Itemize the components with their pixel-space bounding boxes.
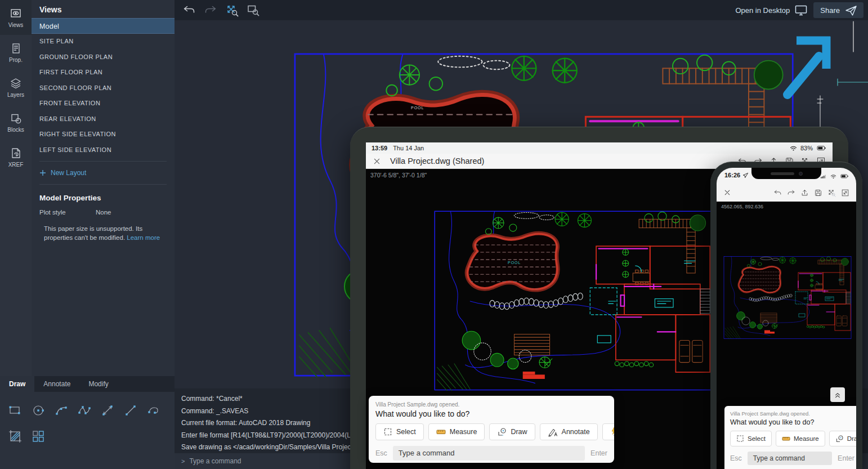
redo-button[interactable] [204, 3, 217, 17]
redo-button[interactable] [787, 189, 795, 197]
open-in-desktop-label: Open in Desktop [735, 6, 790, 15]
learn-more-link[interactable]: Learn more [127, 234, 160, 241]
properties-icon [10, 42, 22, 55]
plus-icon [39, 169, 46, 176]
block-insert-tool-button[interactable] [26, 423, 50, 449]
phone-command-panel: Villa Project Sample.dwg opened. What wo… [724, 406, 856, 469]
opened-message: Villa Project Sample.dwg opened. [375, 401, 607, 408]
arc-continue-tool-button[interactable] [142, 397, 165, 423]
zoom-extents-button[interactable] [827, 189, 836, 197]
view-item-left-side-elevation[interactable]: LEFT SIDE ELEVATION [32, 142, 175, 158]
undo-button[interactable] [182, 3, 196, 17]
save-button[interactable] [814, 189, 822, 197]
top-toolbar: Open in Desktop Share [175, 0, 868, 20]
battery-icon [839, 172, 849, 180]
open-in-desktop-button[interactable]: Open in Desktop [735, 3, 808, 17]
divider [39, 184, 167, 185]
command-input-row: Esc Type a command Enter [730, 452, 854, 465]
left-icon-rail: Views Prop. Layers Blocks XREF [0, 0, 32, 376]
measure-button[interactable]: Measure [776, 431, 825, 446]
tablet-time: 13:59 [372, 145, 387, 151]
select-button[interactable]: Select [730, 431, 772, 446]
view-item-rear-elevation[interactable]: REAR ELEVATION [32, 111, 175, 127]
expand-button[interactable] [841, 189, 849, 197]
battery-icon [816, 144, 827, 153]
measure-button[interactable]: Measure [428, 423, 485, 440]
draw-label: Draw [511, 428, 527, 436]
tablet-doc-title: Villa Project.dwg (Shared) [390, 157, 484, 166]
layers-icon [10, 77, 22, 90]
draw-button[interactable]: Draw [489, 423, 535, 440]
views-panel-title: Views [32, 0, 175, 18]
enter-button[interactable]: Enter [590, 449, 607, 457]
rectangle-tool-button[interactable] [3, 397, 26, 423]
action-buttons: Select Measure Draw Annotate Quick Trim [375, 423, 614, 440]
command-input[interactable]: Type a command [393, 446, 585, 461]
rail-item-xref[interactable]: XREF [0, 140, 32, 175]
command-input[interactable]: Type a command [748, 452, 832, 465]
phone-screen: 16:26 4562.065, 892 [717, 168, 856, 469]
assistant-question: What would you like to do? [730, 418, 854, 426]
views-panel: Views Model SITE PLAN GROUND FLOOR PLAN … [32, 0, 175, 376]
rail-item-layers[interactable]: Layers [0, 70, 32, 105]
rail-label: Views [8, 22, 24, 28]
quick-trim-button[interactable]: Quick Trim [602, 423, 614, 440]
dimension-tool-button[interactable] [96, 397, 119, 423]
tablet-coordinates: 370'-6 5/8", 37'-0 1/8" [370, 172, 427, 178]
circle-tool-button[interactable] [26, 397, 50, 423]
tab-draw[interactable]: Draw [0, 376, 34, 392]
close-icon[interactable] [723, 189, 731, 196]
view-item-site-plan[interactable]: SITE PLAN [32, 34, 175, 50]
location-arrow-icon [742, 172, 749, 178]
zoom-window-button[interactable] [247, 3, 260, 17]
tab-modify[interactable]: Modify [79, 376, 117, 392]
phone-toolbar [717, 184, 856, 202]
tab-annotate[interactable]: Annotate [34, 376, 79, 392]
line-tool-button[interactable] [119, 397, 142, 423]
command-input-row: Esc Type a command Enter [375, 446, 607, 461]
select-button[interactable]: Select [375, 423, 424, 440]
draw-icon [497, 427, 507, 437]
annotate-label: Annotate [562, 428, 590, 436]
rail-item-blocks[interactable]: Blocks [0, 105, 32, 140]
arc-tool-button[interactable] [50, 397, 73, 423]
wifi-icon [789, 144, 798, 153]
share-label: Share [820, 6, 840, 15]
close-icon[interactable] [373, 157, 381, 166]
hatch-tool-button[interactable] [3, 423, 26, 449]
phone-canvas[interactable]: 4562.065, 892.636 [717, 202, 856, 404]
spline-tool-button[interactable] [73, 397, 96, 423]
draw-button[interactable]: Draw [829, 431, 856, 446]
divider [39, 161, 167, 162]
rail-item-properties[interactable]: Prop. [0, 35, 32, 70]
undo-button[interactable] [773, 189, 782, 197]
command-input-placeholder: Type a command [189, 457, 241, 465]
share-button[interactable]: Share [813, 2, 863, 18]
collapse-panel-button[interactable] [830, 387, 845, 402]
monitor-icon [794, 3, 808, 17]
prompt-chevron-icon: > [181, 458, 185, 464]
new-layout-button[interactable]: New Layout [32, 165, 175, 181]
view-item-right-side-elevation[interactable]: RIGHT SIDE ELEVATION [32, 127, 175, 142]
view-item-front-elevation[interactable]: FRONT ELEVATION [32, 96, 175, 111]
upload-button[interactable] [800, 189, 809, 197]
select-label: Select [748, 435, 766, 442]
phone-status-bar: 16:26 [724, 172, 749, 178]
esc-button[interactable]: Esc [730, 454, 742, 462]
phone-notch [751, 168, 821, 179]
rail-item-views[interactable]: Views [0, 0, 32, 35]
annotate-button[interactable]: Annotate [540, 423, 598, 440]
chevrons-up-icon [833, 390, 842, 399]
view-item-model[interactable]: Model [32, 18, 175, 34]
draw-tool-grid [0, 392, 175, 455]
view-item-second-floor[interactable]: SECOND FLOOR PLAN [32, 81, 175, 96]
measure-ruler-icon [782, 435, 790, 443]
view-item-ground-floor[interactable]: GROUND FLOOR PLAN [32, 50, 175, 65]
signal-icon [820, 173, 827, 180]
enter-button[interactable]: Enter [838, 454, 854, 462]
esc-button[interactable]: Esc [375, 449, 387, 457]
view-item-first-floor[interactable]: FIRST FLOOR PLAN [32, 65, 175, 81]
draw-icon [835, 435, 844, 443]
zoom-extents-button[interactable] [225, 3, 239, 17]
model-properties-title: Model Properties [32, 188, 175, 207]
